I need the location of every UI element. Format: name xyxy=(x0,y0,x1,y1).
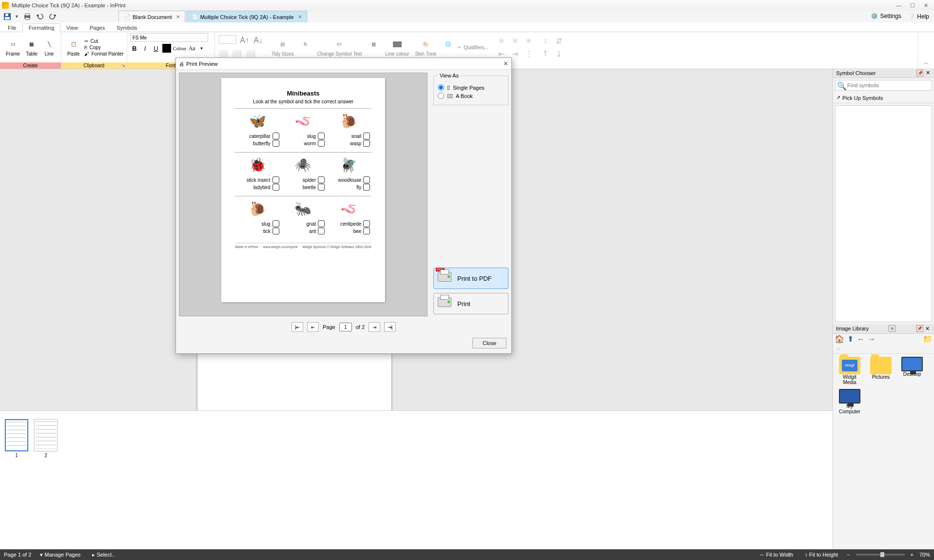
valign-icon[interactable]: ⇵ xyxy=(554,36,564,46)
page-label: Page xyxy=(323,324,335,330)
select-button[interactable]: ▸ Select.. xyxy=(89,552,117,558)
valign-icon[interactable]: ⤒ xyxy=(540,48,551,59)
bold-button[interactable]: B xyxy=(130,44,139,53)
first-page-button[interactable]: |⇤ xyxy=(292,322,303,332)
redo-button[interactable] xyxy=(47,12,58,21)
last-page-button[interactable]: ⇥| xyxy=(384,322,396,332)
library-item[interactable]: Desktop xyxy=(898,357,926,385)
symbols-tab[interactable]: Symbols xyxy=(111,24,143,32)
symbol-toggle-button[interactable]: ▦ xyxy=(365,38,382,58)
symbol-button[interactable]: 🌐 xyxy=(439,38,457,58)
bullets-icon[interactable]: ⋮ xyxy=(524,48,534,59)
prev-page-button[interactable]: ⇤ xyxy=(307,322,319,332)
single-pages-radio[interactable]: ▯ Single Pages xyxy=(438,84,504,91)
page-thumbnail[interactable] xyxy=(34,419,58,451)
fit-height-button[interactable]: ↕ Fit to Height xyxy=(802,552,841,558)
library-item[interactable]: Pictures xyxy=(867,357,895,385)
pin-icon[interactable]: 📌 xyxy=(916,70,923,77)
manage-pages-button[interactable]: ▾ Manage Pages xyxy=(37,552,83,558)
zoom-slider[interactable] xyxy=(856,554,905,556)
zoom-in-button[interactable]: + xyxy=(911,552,914,558)
qualifiers-button[interactable]: ＋Qualifiers... xyxy=(457,44,488,51)
undo-button[interactable] xyxy=(35,12,45,21)
pin-icon[interactable]: 📌 xyxy=(916,325,923,332)
answer-option: woodlouse xyxy=(327,176,370,183)
decrease-size-icon[interactable]: A↓ xyxy=(253,35,264,46)
checkbox xyxy=(272,228,279,234)
forward-icon[interactable]: → xyxy=(867,335,876,344)
ribbon-collapse-button[interactable]: ︿ xyxy=(918,57,934,69)
minimize-button[interactable]: — xyxy=(896,2,901,9)
save-button[interactable] xyxy=(2,12,13,21)
tab-close-icon[interactable]: ✕ xyxy=(298,14,302,19)
zoom-out-button[interactable]: − xyxy=(847,552,850,558)
pickup-symbols-button[interactable]: ↗ Pick Up Symbols xyxy=(833,93,934,103)
new-folder-icon[interactable]: 📁 xyxy=(923,335,932,344)
preview-canvas[interactable]: Minibeasts Look at the symbol and tick t… xyxy=(179,73,428,316)
skin-tone-button[interactable]: 🎨Skin Tone xyxy=(412,38,439,58)
formatting-tab[interactable]: Formatting xyxy=(22,23,61,32)
library-item[interactable]: My Computer xyxy=(836,389,863,414)
list-icon[interactable]: ≡ xyxy=(889,325,895,332)
dialog-titlebar[interactable]: 🖨 Print Preview ✕ xyxy=(176,58,511,70)
close-panel-icon[interactable]: ✕ xyxy=(924,325,931,332)
page-thumbnail[interactable] xyxy=(5,419,28,451)
back-icon[interactable]: ← xyxy=(856,335,865,344)
close-button[interactable]: ✕ xyxy=(924,2,928,9)
print-button[interactable] xyxy=(22,12,33,21)
spacing-button[interactable]: ⇅ xyxy=(296,38,314,58)
tidy-sizes-button[interactable]: ▤Tidy Sizes xyxy=(269,38,297,58)
close-panel-icon[interactable]: ✕ xyxy=(924,70,931,77)
book-icon: ▯▯ xyxy=(447,93,453,99)
line-colour-button[interactable]: Line colour xyxy=(382,38,412,58)
format-painter-button[interactable]: 🖌Format Painter xyxy=(84,51,123,57)
print-button[interactable]: Print xyxy=(433,293,508,314)
line-button[interactable]: ╲Line xyxy=(40,38,58,58)
fit-width-button[interactable]: ↔ Fit to Width xyxy=(757,552,797,558)
align-right-icon[interactable]: ≡ xyxy=(524,36,534,46)
maximize-button[interactable]: ☐ xyxy=(910,2,915,9)
checkbox xyxy=(363,140,370,147)
library-item[interactable]: WidgitWidgit Media xyxy=(836,357,863,385)
cut-button[interactable]: ✂Cut xyxy=(84,39,123,44)
pages-tab[interactable]: Pages xyxy=(84,24,111,32)
dialog-close-button[interactable]: ✕ xyxy=(503,60,508,67)
a-book-radio[interactable]: ▯▯ A Book xyxy=(438,93,504,99)
launcher-icon[interactable]: ↘ xyxy=(121,63,125,68)
change-symbol-text-button[interactable]: 🏷Change Symbol Text xyxy=(314,38,365,58)
view-tab[interactable]: View xyxy=(60,24,84,32)
align-left-icon[interactable]: ≡ xyxy=(496,36,507,46)
font-family-select[interactable] xyxy=(130,33,208,42)
favorites-row[interactable]: ☆ xyxy=(833,345,934,354)
increase-size-icon[interactable]: A↑ xyxy=(239,35,250,46)
tab-close-icon[interactable]: ✕ xyxy=(176,14,180,19)
save-dropdown[interactable]: ▼ xyxy=(15,14,19,19)
worksheet-section: 🐞🕷️🪰stick insectladybirdspiderbeetlewood… xyxy=(235,152,371,196)
paste-button[interactable]: 📋Paste xyxy=(64,38,83,58)
font-color-swatch[interactable] xyxy=(162,44,171,53)
page-number-input[interactable] xyxy=(339,323,352,331)
symbol-search-input[interactable] xyxy=(835,80,932,91)
settings-link[interactable]: ⚙️ Settings xyxy=(871,13,901,20)
document-tab[interactable]: 📄 Multiple Choice Tick (9Q 2A) - Example… xyxy=(186,11,307,22)
next-page-button[interactable]: ⇥ xyxy=(369,322,380,332)
font-size-select[interactable] xyxy=(219,35,236,44)
document-tab[interactable]: 📄 Blank Document ✕ xyxy=(118,11,185,22)
case-button[interactable]: Aa xyxy=(188,44,195,53)
file-tab[interactable]: File xyxy=(2,24,22,32)
underline-button[interactable]: U xyxy=(152,44,160,53)
copy-button[interactable]: ⎘Copy xyxy=(84,45,123,50)
align-center-icon[interactable]: ≡ xyxy=(510,36,521,46)
home-icon[interactable]: 🏠 xyxy=(835,335,844,344)
close-dialog-button[interactable]: Close xyxy=(472,338,506,348)
help-link[interactable]: ❔ Help xyxy=(908,13,929,20)
italic-button[interactable]: I xyxy=(141,44,150,53)
up-icon[interactable]: ⬆ xyxy=(846,335,855,344)
valign-icon[interactable]: ↕ xyxy=(540,36,551,46)
case-dropdown[interactable]: ▼ xyxy=(197,44,206,53)
frame-button[interactable]: ▭Frame xyxy=(3,38,23,58)
table-button[interactable]: ▦Table xyxy=(23,38,40,58)
document-icon: 📄 xyxy=(192,14,198,20)
print-to-pdf-button[interactable]: PDF Print to PDF xyxy=(433,268,508,289)
valign-icon[interactable]: ⤓ xyxy=(554,48,564,59)
